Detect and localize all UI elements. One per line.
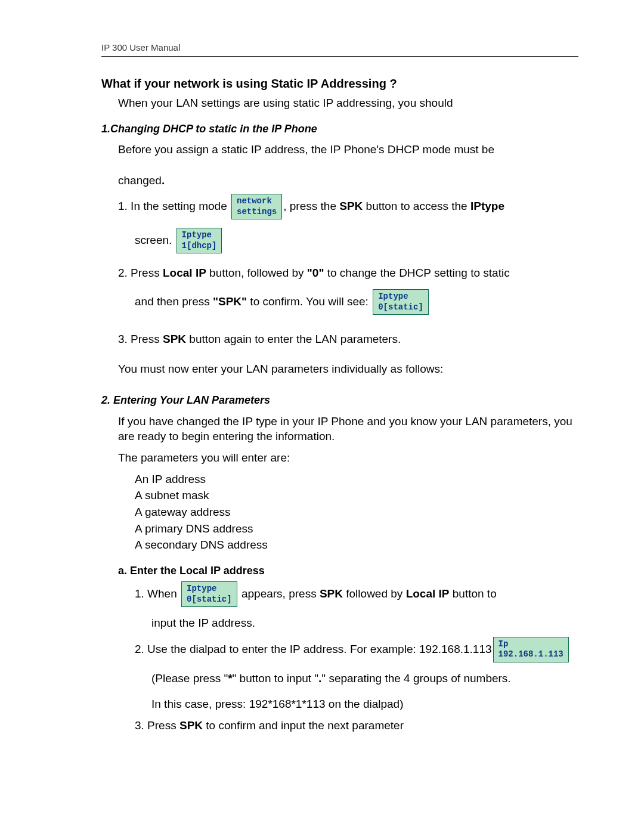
lcd-iptype-static: Iptype 0[static] xyxy=(373,289,429,315)
s2a-3-post: to confirm and input the next parameter xyxy=(203,719,404,732)
subsection-2-body: If you have changed the IP type in your … xyxy=(118,414,578,466)
s1-step2-e: to confirm. You will see: xyxy=(247,295,369,308)
spk-label-3: SPK xyxy=(320,587,343,600)
s1-step2-c: to change the DHCP setting to static xyxy=(324,267,509,279)
s2a-1c: followed by xyxy=(343,587,406,600)
document-page: IP 300 User Manual What if your network … xyxy=(0,0,644,833)
local-ip-label-2: Local IP xyxy=(406,587,450,600)
s2a-2b-left: (Please press " xyxy=(151,672,228,685)
intro-text: When your LAN settings are using static … xyxy=(118,95,578,111)
s2a-2b: (Please press "*" button to input "." se… xyxy=(151,671,578,686)
s1-paragraph-b: changed. xyxy=(118,173,578,188)
spk-label-4: SPK xyxy=(179,719,203,732)
page-header: IP 300 User Manual xyxy=(101,42,578,57)
param-item: A subnet mask xyxy=(135,488,578,503)
s2a-1e: input the IP address. xyxy=(151,615,578,631)
s1-step-2: 2. Press Local IP button, followed by "0… xyxy=(118,265,578,281)
s1-step-3: 3. Press SPK button again to enter the L… xyxy=(118,332,578,347)
param-item: A gateway address xyxy=(135,504,578,520)
lcd-network-settings: network settings xyxy=(231,194,282,219)
s2a-3-pre: 3. Press xyxy=(135,719,179,732)
s1-step2-a: 2. Press xyxy=(118,267,163,279)
s2a-1b: appears, press xyxy=(239,587,320,600)
s2a-2b-right: " separating the 4 groups of numbers. xyxy=(321,672,510,685)
s1-step-1: 1. In the setting mode network settings,… xyxy=(118,194,578,219)
subsection-2-title: 2. Entering Your LAN Parameters xyxy=(101,393,578,407)
s2-p2: The parameters you will enter are: xyxy=(118,450,578,466)
zero-label: "0" xyxy=(307,267,324,279)
s1-step1-screen-line: screen. Iptype 1[dhcp] xyxy=(135,228,578,253)
spk-label-2: SPK xyxy=(163,333,186,345)
local-ip-label: Local IP xyxy=(163,267,206,279)
s1-step2-d: and then press xyxy=(135,295,213,308)
subsection-2a-body: 1. When Iptype 0[static] appears, press … xyxy=(135,581,578,733)
lcd-ip-address: Ip 192.168.1.113 xyxy=(493,637,569,662)
params-list: An IP address A subnet mask A gateway ad… xyxy=(135,472,578,553)
s2-p1: If you have changed the IP type in your … xyxy=(118,414,578,444)
s2a-step2: 2. Use the dialpad to enter the IP addre… xyxy=(135,637,578,662)
subsection-1-title: 1.Changing DHCP to static in the IP Phon… xyxy=(101,122,578,136)
s2a-1d: button to xyxy=(449,587,496,600)
spk-label: SPK xyxy=(339,200,363,212)
s2a-2a: 2. Use the dialpad to enter the IP addre… xyxy=(135,642,492,657)
s2a-2b-mid: " button to input " xyxy=(233,672,318,685)
s1-step1-mid2: button to access the xyxy=(363,200,470,212)
s1-step1-pre: 1. In the setting mode xyxy=(118,200,227,212)
s1-step2-confirm: and then press "SPK" to confirm. You wil… xyxy=(135,289,578,315)
lcd-iptype-static-2: Iptype 0[static] xyxy=(181,581,237,607)
s1-step2-b: button, followed by xyxy=(206,267,307,279)
iptype-word: IPtype xyxy=(470,200,504,212)
s2a-step1: 1. When Iptype 0[static] appears, press … xyxy=(135,581,578,607)
screen-word: screen. xyxy=(135,234,172,246)
s1-step3-a: 3. Press xyxy=(118,333,163,345)
lcd-iptype-dhcp: Iptype 1[dhcp] xyxy=(177,228,222,253)
star-char: * xyxy=(228,672,232,685)
s1-paragraph-a: Before you assign a static IP address, t… xyxy=(118,142,578,157)
s2a-2c: In this case, press: 192*168*1*113 on th… xyxy=(151,696,578,712)
s2a-1a: 1. When xyxy=(135,587,177,600)
param-item: A secondary DNS address xyxy=(135,537,578,553)
subsection-2a-title: a. Enter the Local IP address xyxy=(118,563,578,578)
s1-outro: You must now enter your LAN parameters i… xyxy=(118,361,578,377)
s2a-step3: 3. Press SPK to confirm and input the ne… xyxy=(135,718,578,733)
subsection-1-body: Before you assign a static IP address, t… xyxy=(118,142,578,347)
s1-step3-b: button again to enter the LAN parameters… xyxy=(186,333,401,345)
spk-quoted: "SPK" xyxy=(213,295,247,308)
param-item: A primary DNS address xyxy=(135,521,578,537)
section-title: What if your network is using Static IP … xyxy=(101,76,578,92)
s1-step1-mid: , press the xyxy=(283,200,339,212)
param-item: An IP address xyxy=(135,472,578,487)
changed-word: changed xyxy=(118,174,162,187)
